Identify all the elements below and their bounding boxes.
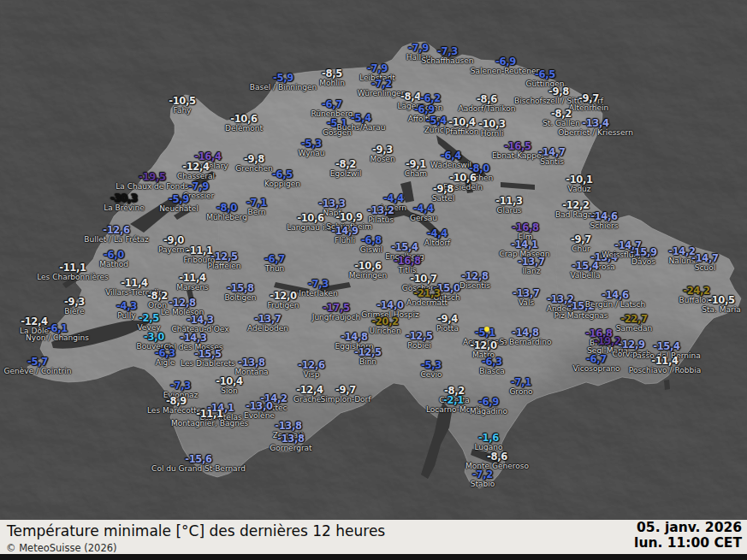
- station-name: Fahy: [169, 107, 196, 115]
- station-name: Bouveret: [137, 343, 172, 351]
- copyright-label: © MeteoSuisse (2026): [6, 542, 117, 554]
- station-label: -13,2Pilatus: [367, 206, 394, 224]
- station-label: -6,8Giswil: [360, 236, 383, 254]
- station-name: Chasseral: [177, 173, 215, 180]
- station-value: -12,6: [298, 361, 325, 371]
- map-canvas: -7,9Hallau-7,3Schaffhausen-6,9Salenen-Re…: [0, 0, 747, 520]
- station-label: -14,7Scuol: [691, 254, 719, 272]
- station-value: -21,3: [406, 289, 448, 299]
- station-name: Cimetta: [439, 397, 470, 404]
- station-label: -20,2Ulrichen: [369, 317, 400, 335]
- station-value: -19,2: [587, 337, 628, 347]
- station-name: Basel / Binningen: [250, 84, 317, 91]
- station-value: -15,4: [632, 342, 701, 352]
- station-name: Engelberg: [385, 253, 424, 261]
- station-value: -10,4: [446, 118, 479, 128]
- station-value: -7,2: [471, 470, 495, 480]
- station-value: -12,4: [293, 386, 326, 396]
- station-name: Oron: [147, 302, 168, 309]
- station-label: -8,2Egolzwil: [330, 160, 362, 178]
- station-value: -6,3: [155, 349, 175, 359]
- station-label: -8,0Mühleberg: [206, 203, 247, 221]
- station-name: Les Charbonnières: [37, 274, 109, 281]
- station-name: Schaffhausen: [422, 57, 474, 65]
- station-value: -10,5: [702, 296, 740, 306]
- station-label: -10,5Fahy: [169, 97, 196, 115]
- station-name: Flühli: [331, 237, 359, 245]
- station-label: -12,8Disentis: [459, 272, 490, 290]
- station-value: -8,6: [465, 452, 529, 463]
- station-value: -14,3: [164, 333, 223, 344]
- station-value: -10,4: [216, 377, 243, 387]
- station-name: Meiringen: [349, 272, 388, 280]
- station-name: Evionnaz: [163, 392, 199, 399]
- station-label: -9,8Sattel: [432, 185, 454, 203]
- station-value: -16,5: [492, 142, 543, 152]
- station-name: Napf: [318, 209, 346, 217]
- station-label: -8,2St. Gallen: [542, 109, 580, 127]
- station-name: Giswil: [360, 246, 383, 254]
- station-name: Le Moléson: [161, 309, 204, 316]
- station-name: Schüpfheim: [326, 223, 371, 231]
- station-label: -6,7Thun: [264, 255, 285, 273]
- station-name: Aigle: [155, 359, 175, 367]
- station-label: -6,3Aigle: [155, 349, 175, 367]
- station-name: Evolène: [244, 412, 275, 420]
- station-name: Cressier: [183, 192, 214, 200]
- station-value: -5,4: [424, 116, 449, 127]
- station-name: Aadorf/Tänikon: [458, 105, 515, 113]
- station-value: -10,3: [478, 120, 506, 130]
- station-label: -5,4Zürich: [424, 116, 449, 134]
- station-value: -8,2: [330, 160, 362, 170]
- station-value: -4,3: [116, 302, 137, 312]
- station-value: -12,0: [268, 292, 299, 302]
- station-name: Affoltern: [408, 115, 442, 123]
- station-value: -6,9: [408, 105, 442, 115]
- station-label: -9,8Grenchen: [235, 155, 273, 173]
- station-value: -15,5: [181, 350, 235, 360]
- station-label: -22,7Samedan: [616, 315, 652, 333]
- station-name: Thun: [264, 265, 285, 273]
- station-name: Güttingen: [526, 80, 565, 88]
- station-label: -4,4Altdorf: [424, 229, 450, 247]
- station-value: -6,5: [264, 170, 300, 180]
- station-value: -9,7: [321, 386, 371, 396]
- station-label: -4,3Pully: [116, 302, 137, 320]
- station-name: Gersau: [410, 215, 437, 222]
- map-title: Température minimale [°C] des dernières …: [7, 522, 385, 539]
- station-value: -10,7: [402, 274, 445, 285]
- station-value: -12,6: [84, 226, 148, 236]
- station-value: -10,5: [169, 97, 196, 107]
- station-label: -6,7Vicosoprano: [572, 355, 620, 373]
- station-value: -13,7: [513, 289, 540, 299]
- station-name: Buchs/Aarau: [337, 124, 386, 132]
- station-name: Grächen: [293, 396, 326, 404]
- station-value: -10,6: [349, 262, 388, 272]
- station-name: Biasca: [479, 368, 504, 375]
- station-value: -12,0: [470, 341, 497, 351]
- station-label: -12,0Frutigen: [268, 292, 299, 309]
- station-label: -6,9Salenen-Reutenen: [471, 57, 542, 75]
- station-value: -6,9: [470, 398, 507, 408]
- station-value: -7,9: [183, 182, 214, 192]
- station-label: -15,4Valbella: [570, 262, 600, 280]
- station-label: -14,8Eggishorn: [335, 333, 374, 351]
- station-name: Langnau i.E.: [287, 224, 335, 232]
- station-name: Egolzwil: [330, 170, 362, 178]
- station-value: -9,7: [569, 94, 608, 104]
- station-value: -6,3: [479, 357, 504, 368]
- station-label: -14,3Château-d'Oex: [171, 315, 228, 333]
- station-name: Mühleberg: [206, 214, 247, 221]
- station-name: Sattel: [432, 195, 454, 203]
- station-value: -17,5: [312, 304, 361, 314]
- station-value: -14,7: [691, 254, 719, 264]
- station-value: -14,1: [199, 404, 241, 414]
- station-name: Lugano: [475, 444, 503, 451]
- station-label: -7,2Würenlingen: [358, 80, 406, 97]
- station-value: -12,5: [208, 252, 241, 262]
- station-value: -13,4: [590, 253, 618, 263]
- station-label: -12,6Visp: [298, 361, 325, 379]
- station-name: Neuchâtel: [159, 205, 199, 213]
- station-label: -9,1Cham: [405, 160, 427, 178]
- station-label: -8,4Lägern: [397, 92, 424, 110]
